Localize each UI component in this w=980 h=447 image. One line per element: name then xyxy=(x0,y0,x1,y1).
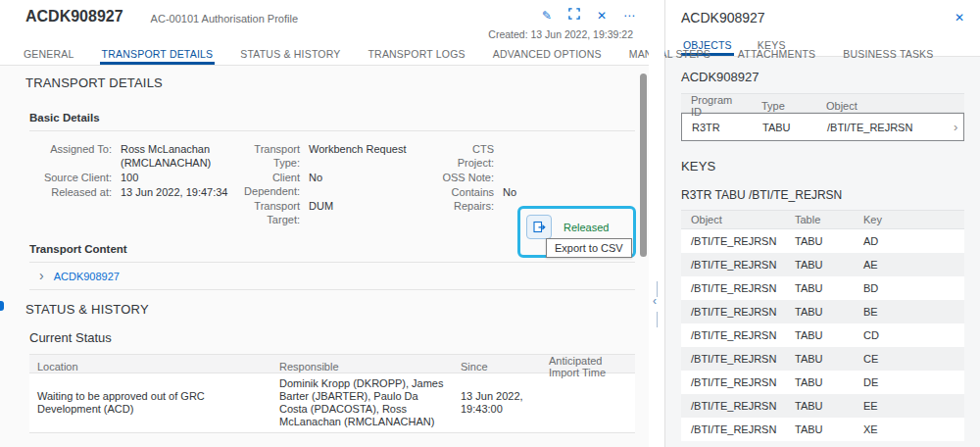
cell-table: TABU xyxy=(785,306,854,318)
transport-content-row[interactable]: › ACDK908927 xyxy=(29,263,635,290)
tab-business-tasks[interactable]: BUSINESS TASKS xyxy=(841,46,935,65)
field-label: OSS Note: xyxy=(433,171,494,184)
transport-detail-panel: ACDK908927 AC-00101 Authorisation Profil… xyxy=(0,0,649,447)
transport-request-link[interactable]: ACDK908927 xyxy=(54,271,120,282)
keys-section-title: KEYS xyxy=(681,159,964,174)
cell-object: /BTI/TE_REJRSN xyxy=(681,376,785,388)
key-row: /BTI/TE_REJRSNTABUBE xyxy=(681,300,964,323)
export-to-csv-menu-item[interactable]: Export to CSV xyxy=(546,238,632,258)
key-row: /BTI/TE_REJRSNTABUCE xyxy=(681,347,964,371)
export-icon xyxy=(532,221,546,234)
field-value: Ross McLanachan (RMCLANACHAN) xyxy=(121,142,231,170)
export-button[interactable] xyxy=(526,215,552,239)
cell-key: CE xyxy=(854,353,964,365)
key-row: /BTI/TE_REJRSNTABUDE xyxy=(681,371,964,394)
cell-since: 13 Jun 2022, 19:43:00 xyxy=(453,390,541,416)
panel-splitter[interactable]: ‹ xyxy=(649,0,664,447)
field-label: Transport Type: xyxy=(231,142,300,170)
vertical-scrollbar[interactable] xyxy=(640,74,647,257)
field-value: Workbench Request xyxy=(309,142,406,156)
keys-group-title: R3TR TABU /BTI/TE_REJRSN xyxy=(681,188,964,202)
cell-key: BE xyxy=(854,306,964,318)
close-icon[interactable]: ✕ xyxy=(597,9,607,23)
field-label: Client Dependent: xyxy=(231,171,300,198)
created-timestamp: Created: 13 Jun 2022, 19:39:22 xyxy=(25,28,639,40)
tab-transport-details[interactable]: TRANSPORT DETAILS xyxy=(100,46,216,65)
cell-key: XE xyxy=(854,423,964,435)
cell-table: TABU xyxy=(785,235,854,247)
field-value: No xyxy=(503,185,516,199)
column-header-anticipated-import-time: Anticipated Import Time xyxy=(541,355,635,378)
current-status-title: Current Status xyxy=(29,330,635,345)
anchor-tab-bar: GENERAL TRANSPORT DETAILS STATUS & HISTO… xyxy=(0,40,649,66)
field-value: 13 Jun 2022, 19:47:34 xyxy=(121,185,227,199)
current-status-table: Location Responsible Since Anticipated I… xyxy=(29,354,635,433)
table-header: Object Table Key xyxy=(681,210,964,229)
cell-key: AE xyxy=(854,259,964,271)
basic-details-title: Basic Details xyxy=(29,112,635,131)
column-header-responsible: Responsible xyxy=(271,361,453,372)
current-status-section: Current Status Location Responsible Sinc… xyxy=(29,330,635,433)
column-header-object: Object xyxy=(681,214,785,225)
objects-table: Program ID Type Object R3TR TABU /BTI/TE… xyxy=(681,93,964,141)
form-column-1: Assigned To:Ross McLanachan (RMCLANACHAN… xyxy=(29,142,231,227)
tab-status-history[interactable]: STATUS & HISTORY xyxy=(238,46,342,65)
tab-advanced-options[interactable]: ADVANCED OPTIONS xyxy=(491,46,604,65)
cell-key: DE xyxy=(854,376,964,388)
cell-table: TABU xyxy=(785,329,854,341)
keys-table: Object Table Key /BTI/TE_REJRSNTABUAD /B… xyxy=(681,210,964,441)
cell-key: AD xyxy=(854,235,964,247)
cell-object: /BTI/TE_REJRSN xyxy=(681,329,785,341)
close-icon[interactable]: ✕ xyxy=(955,11,964,25)
edit-icon[interactable]: ✎ xyxy=(542,9,552,23)
form-column-2: Transport Type:Workbench Request Client … xyxy=(231,142,433,227)
expand-chevron-icon[interactable]: › xyxy=(39,268,44,283)
field-value: 100 xyxy=(121,171,138,184)
cell-table: TABU xyxy=(785,282,854,294)
cell-key: BD xyxy=(854,282,964,294)
page-title: ACDK908927 xyxy=(25,8,123,25)
column-header-key: Key xyxy=(854,214,964,225)
overflow-menu-icon[interactable]: ⋯ xyxy=(623,9,635,23)
cell-object: /BTI/TE_REJRSN xyxy=(681,282,785,294)
cell-object: /BTI/TE_REJRSN xyxy=(681,259,785,271)
cell-key: CD xyxy=(854,329,964,341)
fullscreen-icon[interactable] xyxy=(568,8,580,23)
tab-attachments[interactable]: ATTACHMENTS xyxy=(736,46,817,65)
cell-location: Waiting to be approved out of GRC Develo… xyxy=(29,390,271,416)
side-panel-content: ACDK908927 Program ID Type Object R3TR T… xyxy=(665,57,980,447)
cell-responsible: Dominik Kropp (DKROPP), James Barter (JB… xyxy=(271,377,453,428)
side-panel-title: ACDK908927 xyxy=(681,10,765,25)
key-row: /BTI/TE_REJRSNTABUCD xyxy=(681,323,964,347)
field-label: Contains Repairs: xyxy=(433,185,494,213)
tab-manual-steps[interactable]: MANUAL STEPS xyxy=(627,46,712,65)
status-badge: Released xyxy=(564,222,609,233)
column-header-table: Table xyxy=(785,214,854,225)
cell-program-id: R3TR xyxy=(682,122,753,133)
key-row: /BTI/TE_REJRSNTABUAE xyxy=(681,253,964,276)
field-label: Assigned To: xyxy=(29,142,112,156)
field-label: Released at: xyxy=(29,185,112,199)
section-transport-details-title: TRANSPORT DETAILS xyxy=(0,66,649,90)
tab-general[interactable]: GENERAL xyxy=(22,46,76,65)
column-header-since: Since xyxy=(453,361,541,372)
tab-transport-logs[interactable]: TRANSPORT LOGS xyxy=(366,46,466,65)
field-label: Transport Target: xyxy=(231,199,300,226)
left-splitter-arrow[interactable] xyxy=(0,301,4,311)
key-row: /BTI/TE_REJRSNTABUEE xyxy=(681,394,964,418)
splitter-grip xyxy=(657,312,658,327)
field-value: DUM xyxy=(309,199,333,213)
navigate-chevron-icon[interactable]: › xyxy=(944,120,963,134)
cell-table: TABU xyxy=(785,423,854,435)
column-header-type: Type xyxy=(752,100,816,112)
collapse-panel-icon[interactable]: ‹ xyxy=(653,294,657,308)
objects-side-panel: ACDK908927 ✕ OBJECTS KEYS ACDK908927 Pro… xyxy=(664,0,980,447)
cell-object: /BTI/TE_REJRSN xyxy=(681,400,785,412)
column-header-location: Location xyxy=(29,361,271,372)
cell-object: /BTI/TE_REJRSN xyxy=(681,423,785,435)
table-header: Location Responsible Since Anticipated I… xyxy=(29,354,635,373)
cell-type: TABU xyxy=(753,122,817,133)
cell-object: /BTI/TE_REJRSN xyxy=(681,353,785,365)
field-label: CTS Project: xyxy=(433,142,494,170)
cell-object: /BTI/TE_REJRSN xyxy=(681,235,785,247)
